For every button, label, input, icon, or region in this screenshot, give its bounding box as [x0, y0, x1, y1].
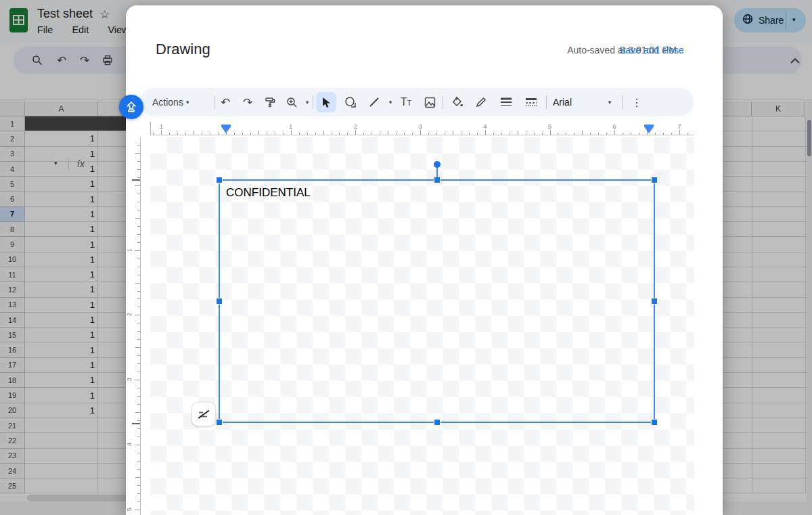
ruler-tick	[663, 133, 664, 135]
zoom-dropdown-icon[interactable]: ▾	[300, 88, 311, 116]
border-weight-icon[interactable]	[496, 88, 516, 116]
ruler-tick	[137, 372, 140, 372]
ruler-tick	[137, 323, 140, 323]
ruler-tick	[137, 275, 140, 275]
resize-handle-e[interactable]	[651, 298, 658, 305]
ruler-selection-marker[interactable]	[644, 127, 654, 133]
ruler-tick	[135, 185, 140, 186]
border-color-icon[interactable]	[471, 88, 491, 116]
ruler-tick	[250, 133, 251, 135]
save-and-close-button[interactable]: Save and close	[619, 45, 684, 55]
resize-handle-sw[interactable]	[216, 419, 223, 426]
toolbar-separator	[313, 95, 313, 109]
ruler-tick	[258, 131, 259, 135]
ruler-tick	[550, 130, 551, 135]
ruler-tick	[671, 133, 672, 135]
ruler-tick	[137, 226, 140, 227]
undo-icon[interactable]: ↶	[216, 88, 235, 116]
rotation-handle[interactable]	[434, 161, 441, 168]
ruler-selection-marker[interactable]	[221, 127, 231, 133]
text-box-content[interactable]: CONFIDENTIAL	[226, 186, 311, 200]
ruler-tick	[210, 133, 210, 135]
resize-handle-se[interactable]	[651, 419, 658, 426]
ruler-tick	[534, 133, 535, 135]
ruler-tick	[679, 130, 680, 135]
resize-handle-w[interactable]	[216, 298, 223, 305]
image-tool-icon[interactable]	[420, 88, 440, 116]
shape-tool-icon[interactable]	[340, 88, 361, 116]
ruler-tick	[137, 145, 140, 145]
ruler-tick	[388, 131, 388, 135]
ruler-tick	[493, 133, 494, 135]
ruler-tick	[307, 133, 308, 135]
ruler-tick	[137, 161, 140, 162]
ruler-tick	[137, 210, 140, 210]
ruler-tick	[135, 218, 140, 219]
ruler-tick	[590, 133, 591, 135]
ruler-tick	[332, 133, 332, 135]
toolbar-separator	[443, 95, 443, 109]
ruler-tick	[347, 133, 348, 135]
ruler-tick	[477, 133, 478, 135]
ruler-tick	[137, 169, 140, 170]
ruler-tick	[137, 331, 140, 332]
ruler-tick	[137, 388, 140, 388]
ruler-tick	[631, 133, 631, 135]
more-options-icon[interactable]: ⋮	[629, 88, 645, 116]
ruler-tick	[137, 291, 140, 292]
ruler-tick	[135, 315, 140, 315]
snap-toggle-button[interactable]	[191, 402, 216, 426]
ruler-selection-extent	[132, 423, 140, 424]
line-tool-icon[interactable]	[365, 88, 384, 116]
ruler-tick	[510, 133, 510, 135]
ruler-tick	[135, 347, 140, 348]
ruler-tick	[137, 428, 140, 429]
rotation-handle-stem	[436, 167, 438, 177]
ruler-label: 3	[125, 378, 133, 381]
ruler-tick	[371, 133, 372, 135]
select-tool-icon[interactable]	[316, 88, 336, 116]
ruler-tick	[542, 133, 543, 135]
resize-handle-s[interactable]	[434, 419, 441, 426]
ruler-tick	[137, 493, 140, 494]
line-dropdown-icon[interactable]: ▾	[384, 88, 394, 116]
toolbar-separator	[215, 95, 215, 109]
ruler-tick	[137, 396, 140, 397]
resize-handle-n[interactable]	[434, 177, 441, 183]
text-tool-icon[interactable]: TT	[396, 88, 416, 116]
ruler-tick	[137, 485, 140, 486]
resize-handle-ne[interactable]	[651, 177, 658, 183]
publish-fab-button[interactable]	[119, 95, 143, 119]
ruler-tick	[428, 133, 429, 135]
drawing-canvas[interactable]: CONFIDENTIAL	[150, 137, 694, 515]
screen: Test sheet ☆ File Edit View Share ▾ ↶ ↷	[0, 0, 812, 515]
font-family-select[interactable]: Arial	[553, 88, 572, 116]
ruler-tick	[355, 130, 356, 135]
ruler-label: 1	[289, 122, 292, 130]
border-dash-icon[interactable]	[521, 88, 541, 116]
ruler-tick	[137, 469, 140, 470]
actions-menu-button[interactable]: Actions▾	[152, 88, 189, 116]
ruler-tick	[299, 133, 300, 135]
ruler-label: 2	[125, 313, 133, 316]
ruler-tick	[137, 355, 140, 356]
ruler-label: 5	[125, 507, 133, 510]
selected-text-box[interactable]: CONFIDENTIAL	[219, 179, 655, 423]
ruler-tick	[135, 250, 140, 251]
ruler-tick	[137, 202, 140, 202]
ruler-tick	[135, 380, 140, 380]
drawing-toolbar: Actions▾ ↶ ↷ ▾ ▾ TT	[140, 88, 694, 116]
vertical-ruler: 12345	[126, 137, 141, 515]
redo-icon[interactable]: ↷	[238, 88, 257, 116]
ruler-tick	[194, 131, 194, 135]
ruler-tick	[137, 339, 140, 340]
zoom-icon[interactable]	[282, 88, 301, 116]
font-dropdown-icon[interactable]: ▾	[603, 88, 614, 116]
resize-handle-nw[interactable]	[216, 177, 223, 183]
ruler-tick	[137, 461, 140, 462]
ruler-tick	[436, 133, 437, 135]
paint-format-icon[interactable]	[261, 88, 279, 116]
ruler-selection-extent	[132, 179, 140, 181]
ruler-tick	[137, 298, 140, 299]
fill-color-icon[interactable]	[447, 88, 468, 116]
